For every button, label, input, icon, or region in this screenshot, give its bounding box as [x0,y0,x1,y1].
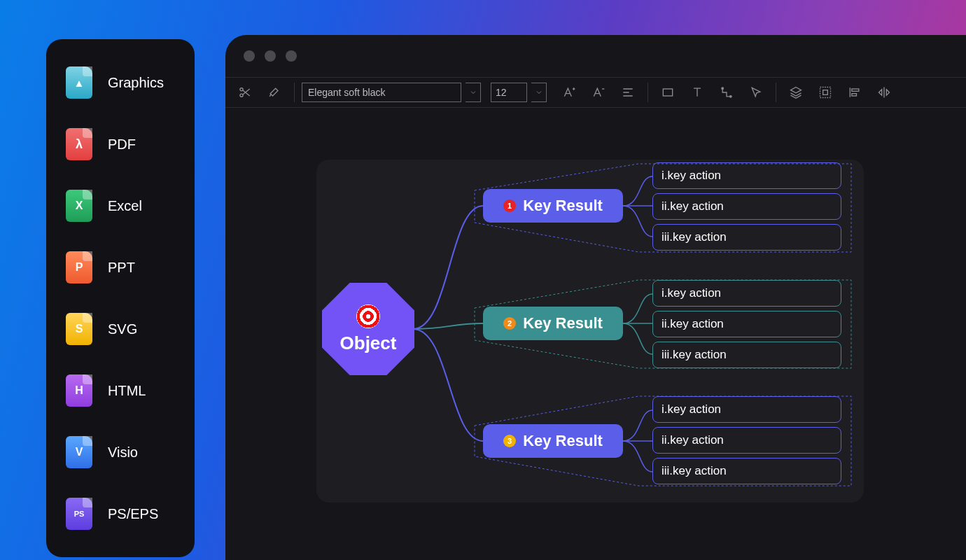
key-result-node-3[interactable]: 3 Key Result [483,424,623,458]
action-item[interactable]: ii.key action [652,311,841,337]
html-icon: H [66,374,92,407]
font-increase-icon [562,85,576,99]
theme-select[interactable]: Elegant soft black [302,83,461,102]
action-item[interactable]: iii.key action [652,342,841,368]
cursor-icon [749,85,763,99]
root-node[interactable]: Object [322,283,414,375]
action-item[interactable]: iii.key action [652,224,841,251]
align-button[interactable] [615,80,640,105]
layers-button[interactable] [783,80,808,105]
sidebar-item-label: PPT [108,260,135,276]
separator [648,83,648,102]
connector-icon [720,85,734,99]
chevron-down-icon [469,88,477,97]
align-left-icon [848,85,862,99]
badge-2: 2 [503,317,516,330]
action-item[interactable]: iii.key action [652,458,841,484]
chevron-down-icon [535,88,543,97]
export-format-sidebar: ▲ Graphics λ PDF X Excel P PPT S SVG [46,39,195,557]
sidebar-item-excel[interactable]: X Excel [66,189,175,223]
connector-button[interactable] [714,80,739,105]
target-icon [356,304,380,328]
sidebar-item-graphics[interactable]: ▲ Graphics [66,66,175,99]
action-item[interactable]: ii.key action [652,193,841,220]
sidebar-item-label: Visio [108,444,138,461]
mirror-icon [877,85,891,99]
ppt-icon: P [66,251,92,284]
svg-rect-8 [852,94,857,96]
sidebar-item-label: PDF [108,136,136,153]
image-icon: ▲ [66,66,92,99]
sidebar-item-ppt[interactable]: P PPT [66,251,175,284]
pdf-icon: λ [66,128,92,160]
separator [294,83,295,102]
root-label: Object [340,332,397,354]
paint-icon [267,85,281,99]
text-button[interactable] [685,80,710,105]
window-controls [225,35,966,77]
layers-icon [789,85,803,99]
actions-group-2: i.key action ii.key action iii.key actio… [652,280,841,372]
font-size-dropdown-arrow[interactable] [531,83,547,102]
increase-font-button[interactable] [556,80,582,105]
badge-3: 3 [503,435,516,447]
scissors-icon [238,85,252,99]
excel-icon: X [66,190,92,222]
svg-point-3 [722,88,724,90]
font-decrease-icon [592,85,606,99]
decrease-font-button[interactable] [586,80,611,105]
window-minimize-icon[interactable] [265,50,276,62]
sidebar-item-ps[interactable]: PS PS/EPS [66,497,175,531]
group-icon [818,85,832,99]
key-result-label: Key Result [523,432,603,450]
align-icon [621,85,635,99]
group-button[interactable] [813,80,838,105]
action-item[interactable]: i.key action [652,396,841,423]
font-size-select[interactable]: 12 [491,83,527,102]
sidebar-item-visio[interactable]: V Visio [66,435,175,469]
separator [776,83,776,102]
sidebar-item-label: Excel [108,198,142,214]
sidebar-item-svg[interactable]: S SVG [66,312,175,346]
shape-button[interactable] [655,80,680,105]
sidebar-item-label: PS/EPS [108,506,158,522]
sidebar-item-label: Graphics [108,75,164,91]
font-size-value: 12 [496,87,507,98]
pointer-button[interactable] [743,80,769,105]
svg-rect-2 [663,89,672,96]
toolbar: Elegant soft black 12 [225,77,966,108]
app-window: Elegant soft black 12 [225,35,966,560]
svg-point-4 [730,96,732,98]
window-maximize-icon[interactable] [286,50,297,62]
cut-button[interactable] [232,80,258,105]
svg-rect-7 [852,89,859,91]
key-result-node-1[interactable]: 1 Key Result [483,189,623,223]
window-close-icon[interactable] [244,50,255,62]
text-icon [690,85,704,99]
svg-rect-6 [823,90,828,95]
mirror-button[interactable] [872,80,897,105]
key-result-label: Key Result [523,314,603,332]
theme-value: Elegant soft black [308,87,386,98]
key-result-label: Key Result [523,197,603,215]
actions-group-3: i.key action ii.key action iii.key actio… [652,396,841,489]
badge-1: 1 [503,200,516,212]
svg-icon: S [66,313,92,345]
visio-icon: V [66,436,92,468]
mindmap-canvas[interactable]: Object 1 Key Result 2 Key Result 3 Key R… [316,160,864,503]
actions-group-1: i.key action ii.key action iii.key actio… [652,162,841,255]
align-left-button[interactable] [842,80,867,105]
action-item[interactable]: i.key action [652,280,841,307]
action-item[interactable]: i.key action [652,162,841,189]
key-result-node-2[interactable]: 2 Key Result [483,307,623,340]
ps-icon: PS [66,498,92,530]
sidebar-item-html[interactable]: H HTML [66,374,175,407]
format-painter-button[interactable] [262,80,287,105]
sidebar-item-pdf[interactable]: λ PDF [66,127,175,161]
action-item[interactable]: ii.key action [652,427,841,454]
rectangle-icon [661,85,675,99]
theme-dropdown-arrow[interactable] [465,83,481,102]
sidebar-item-label: SVG [108,321,137,337]
svg-rect-5 [820,88,831,98]
sidebar-item-label: HTML [108,383,146,399]
